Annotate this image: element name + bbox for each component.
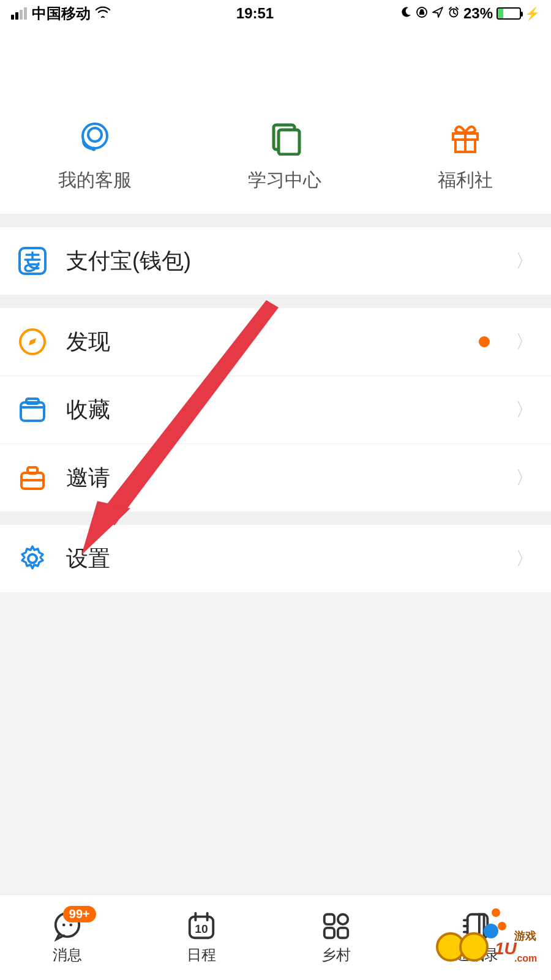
svg-point-30 (460, 933, 487, 960)
alipay-icon (17, 246, 48, 276)
svg-point-3 (88, 128, 102, 141)
menu-label: 发现 (66, 327, 460, 357)
qa-label: 学习中心 (248, 168, 321, 193)
briefcase-icon (17, 462, 48, 493)
chevron-right-icon: 〉 (515, 249, 534, 274)
svg-point-32 (498, 922, 506, 930)
svg-rect-26 (338, 927, 348, 937)
battery-icon (497, 7, 521, 20)
status-right: 23% ⚡ (400, 5, 540, 22)
header-blank (0, 27, 551, 105)
calendar-icon: 10 (186, 911, 217, 941)
notification-dot (492, 908, 500, 917)
tab-label: 日程 (187, 945, 216, 965)
qa-label: 福利社 (438, 168, 493, 193)
grid-icon (321, 911, 351, 941)
chevron-right-icon: 〉 (515, 398, 534, 423)
compass-icon (17, 326, 48, 357)
svg-rect-23 (324, 914, 334, 924)
separator (0, 214, 551, 227)
chevron-right-icon: 〉 (515, 466, 534, 491)
tab-calendar[interactable]: 10 日程 (186, 911, 217, 965)
svg-point-20 (69, 923, 72, 926)
menu-label: 邀请 (66, 463, 497, 493)
charging-icon: ⚡ (525, 6, 540, 21)
menu-invite[interactable]: 邀请 〉 (0, 443, 551, 511)
lock-rotation-icon (416, 5, 428, 22)
svg-text:游戏: 游戏 (514, 930, 536, 942)
tab-label: 乡村 (321, 945, 351, 965)
wifi-icon (96, 6, 110, 21)
qa-label: 我的客服 (58, 168, 132, 193)
svg-point-15 (28, 554, 37, 563)
moon-icon (400, 5, 412, 22)
svg-rect-24 (338, 914, 348, 924)
status-left: 中国移动 (11, 4, 110, 23)
tab-village[interactable]: 乡村 (321, 911, 351, 965)
menu-settings[interactable]: 设置 〉 (0, 525, 551, 592)
tab-label: 消息 (53, 945, 82, 965)
notification-dot (479, 336, 490, 347)
watermark-logo: 1U .com 游戏 (435, 918, 545, 969)
menu-label: 收藏 (66, 395, 497, 425)
menu-alipay[interactable]: 支付宝(钱包) 〉 (0, 227, 551, 295)
svg-point-31 (484, 924, 498, 938)
svg-text:10: 10 (195, 922, 208, 935)
svg-rect-14 (28, 467, 37, 473)
menu-discover[interactable]: 发现 〉 (0, 308, 551, 375)
signal-icon (11, 7, 27, 20)
menu-favorites[interactable]: 收藏 〉 (0, 375, 551, 443)
alarm-icon (448, 5, 460, 22)
folder-icon (17, 394, 48, 425)
svg-rect-11 (21, 402, 44, 421)
chevron-right-icon: 〉 (515, 330, 534, 355)
carrier-label: 中国移动 (32, 4, 91, 23)
qa-benefits[interactable]: 福利社 (438, 118, 493, 193)
menu-label: 支付宝(钱包) (66, 246, 497, 276)
gift-icon (446, 118, 485, 157)
separator (0, 511, 551, 525)
gear-icon (17, 543, 48, 574)
tab-messages[interactable]: 99+ 消息 (52, 911, 83, 965)
headset-icon (75, 118, 114, 157)
menu-label: 设置 (66, 544, 497, 574)
svg-point-19 (62, 923, 66, 926)
battery-percent: 23% (463, 5, 493, 22)
qa-customer-service[interactable]: 我的客服 (58, 118, 132, 193)
book-icon (265, 118, 304, 157)
svg-point-4 (92, 147, 96, 151)
svg-text:.com: .com (514, 953, 537, 963)
badge: 99+ (63, 906, 96, 922)
location-icon (432, 5, 444, 22)
clock: 19:51 (236, 5, 274, 22)
svg-rect-6 (279, 130, 299, 154)
qa-learning-center[interactable]: 学习中心 (248, 118, 321, 193)
status-bar: 中国移动 19:51 23% ⚡ (0, 0, 551, 27)
chevron-right-icon: 〉 (515, 546, 534, 571)
quick-actions: 我的客服 学习中心 福利社 (0, 105, 551, 214)
separator (0, 295, 551, 308)
svg-rect-25 (324, 927, 334, 937)
